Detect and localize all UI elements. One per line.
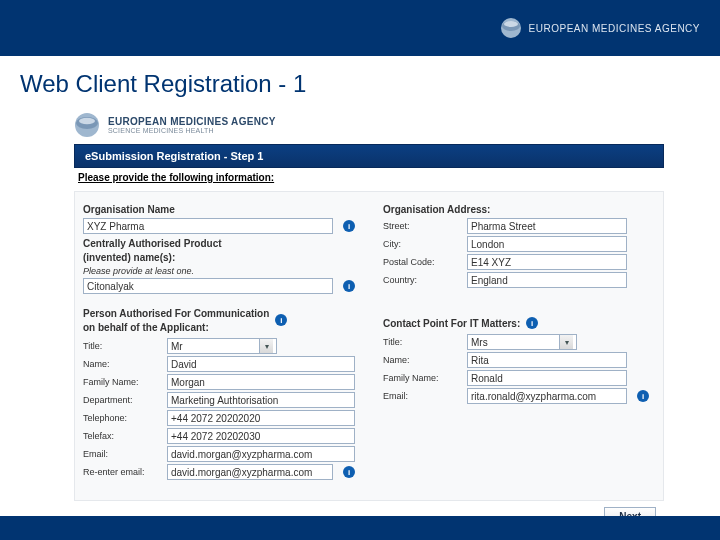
info-icon[interactable]: i [526,317,538,329]
info-icon[interactable]: i [275,314,287,326]
left-column: Organisation Name i Centrally Authorised… [83,200,355,490]
agency-name: EUROPEAN MEDICINES AGENCY [529,23,700,34]
applicant-dept-label: Department: [83,395,161,405]
app-logo-line1: EUROPEAN MEDICINES AGENCY [108,117,276,127]
chevron-down-icon: ▾ [559,335,573,349]
applicant-reemail-label: Re-enter email: [83,467,161,477]
right-column: Organisation Address: Street: City: Post… [383,200,655,490]
applicant-title-label: Title: [83,341,161,351]
address-heading: Organisation Address: [383,204,655,216]
registration-form: Organisation Name i Centrally Authorised… [74,191,664,501]
applicant-name-label: Name: [83,359,161,369]
applicant-heading-2: on behalf of the Applicant: [83,322,269,334]
country-label: Country: [383,275,461,285]
info-icon[interactable]: i [343,466,355,478]
street-input[interactable] [467,218,627,234]
applicant-family-label: Family Name: [83,377,161,387]
country-input[interactable] [467,272,627,288]
it-name-input[interactable] [467,352,627,368]
info-icon[interactable]: i [637,390,649,402]
it-email-label: Email: [383,391,461,401]
postal-label: Postal Code: [383,257,461,267]
org-name-heading: Organisation Name [83,204,355,216]
it-heading: Contact Point For IT Matters: [383,318,520,330]
it-name-label: Name: [383,355,461,365]
step-bar: eSubmission Registration - Step 1 [74,144,664,168]
it-title-value: Mrs [471,337,488,348]
applicant-reemail-input[interactable] [167,464,333,480]
cap-subtext: Please provide at least one. [83,266,355,276]
it-title-select[interactable]: Mrs ▾ [467,334,577,350]
it-family-input[interactable] [467,370,627,386]
info-icon[interactable]: i [343,220,355,232]
applicant-heading-1: Person Authorised For Communication [83,308,269,320]
app-logo-line2: SCIENCE MEDICINES HEALTH [108,127,276,134]
cap-name-input[interactable] [83,278,333,294]
applicant-title-value: Mr [171,341,183,352]
it-title-label: Title: [383,337,461,347]
applicant-family-input[interactable] [167,374,355,390]
applicant-fax-input[interactable] [167,428,355,444]
postal-input[interactable] [467,254,627,270]
slide-bottombar [0,516,720,540]
street-label: Street: [383,221,461,231]
applicant-email-label: Email: [83,449,161,459]
applicant-title-select[interactable]: Mr ▾ [167,338,277,354]
agency-logo: EUROPEAN MEDICINES AGENCY [499,16,700,40]
applicant-email-input[interactable] [167,446,355,462]
applicant-tel-input[interactable] [167,410,355,426]
form-subheading: Please provide the following information… [74,168,664,191]
app-logo-row: EUROPEAN MEDICINES AGENCY SCIENCE MEDICI… [74,108,664,144]
city-input[interactable] [467,236,627,252]
ema-globe-icon [74,112,100,138]
applicant-name-input[interactable] [167,356,355,372]
slide-topbar: EUROPEAN MEDICINES AGENCY [0,0,720,56]
ema-globe-icon [499,16,523,40]
slide-title: Web Client Registration - 1 [0,56,720,108]
city-label: City: [383,239,461,249]
svg-point-5 [79,118,95,124]
applicant-dept-input[interactable] [167,392,355,408]
cap-heading-1: Centrally Authorised Product [83,238,355,250]
applicant-tel-label: Telephone: [83,413,161,423]
applicant-fax-label: Telefax: [83,431,161,441]
org-name-input[interactable] [83,218,333,234]
chevron-down-icon: ▾ [259,339,273,353]
info-icon[interactable]: i [343,280,355,292]
cap-heading-2: (invented) name(s): [83,252,355,264]
it-email-input[interactable] [467,388,627,404]
app-screenshot: EUROPEAN MEDICINES AGENCY SCIENCE MEDICI… [74,108,664,526]
it-family-label: Family Name: [383,373,461,383]
svg-point-2 [504,21,518,27]
